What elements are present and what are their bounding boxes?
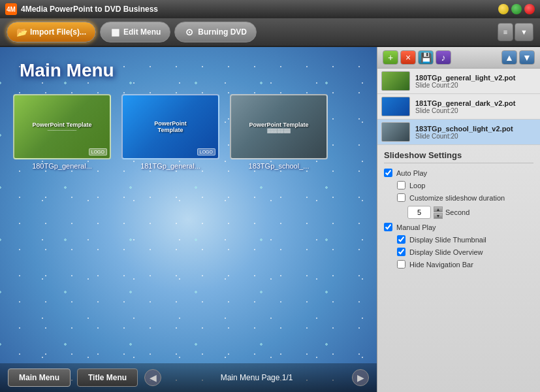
slide-name: 180TGp_general... bbox=[32, 162, 92, 170]
prev-page-button[interactable]: ◀ bbox=[144, 369, 161, 386]
import-icon: 📂 bbox=[16, 27, 27, 37]
slides-grid: PowerPoint Template ───────── LOGO 180TG… bbox=[0, 88, 377, 176]
save-template-button[interactable]: 💾 bbox=[418, 50, 434, 65]
preview-bottom: Main Menu Title Menu ◀ Main Menu Page 1/… bbox=[0, 363, 377, 392]
hide-nav-label[interactable]: Hide Navigation Bar bbox=[409, 261, 473, 269]
loop-row: Loop bbox=[397, 181, 533, 189]
second-label: Second bbox=[445, 208, 469, 216]
hide-nav-row: Hide Navigation Bar bbox=[397, 260, 533, 269]
preview-title: Main Menu bbox=[0, 47, 377, 88]
display-thumb-row: Display Slide Thumbnail bbox=[397, 235, 533, 244]
display-thumb-label[interactable]: Display Slide Thumbnail bbox=[409, 236, 486, 244]
window-controls bbox=[498, 4, 535, 14]
edit-menu-button[interactable]: ▦ Edit Menu bbox=[100, 22, 170, 42]
burning-dvd-button[interactable]: ⊙ Burning DVD bbox=[174, 22, 257, 42]
template-name: 180TGp_general_light_v2.pot bbox=[415, 74, 536, 82]
preview-area: Main Menu PowerPoint Template ───────── … bbox=[0, 47, 377, 392]
template-list: 180TGp_general_light_v2.pot Slide Count:… bbox=[377, 69, 540, 145]
page-info: Main Menu Page 1/1 bbox=[168, 373, 345, 382]
customize-label[interactable]: Customize slideshow duration bbox=[409, 194, 505, 202]
title-menu-button[interactable]: Title Menu bbox=[77, 368, 138, 387]
template-slide-count: Slide Count:20 bbox=[415, 82, 536, 89]
auto-play-label[interactable]: Auto Play bbox=[396, 169, 427, 177]
manual-play-row: Manual Play bbox=[384, 223, 533, 231]
template-info: 181TGp_general_dark_v2.pot Slide Count:2… bbox=[415, 99, 536, 114]
template-name: 181TGp_general_dark_v2.pot bbox=[415, 99, 536, 107]
burning-dvd-icon: ⊙ bbox=[184, 27, 195, 37]
settings-area: Slideshow Settings Auto Play Loop Custom… bbox=[377, 145, 540, 392]
template-thumbnail bbox=[381, 97, 410, 116]
duration-input[interactable] bbox=[407, 206, 431, 219]
slide-thumbnail: PowerPoint Template ───────── LOGO bbox=[13, 94, 111, 159]
titlebar: 4M 4Media PowerPoint to DVD Business bbox=[0, 0, 540, 18]
move-up-button[interactable]: ▲ bbox=[501, 50, 517, 65]
template-info: 183TGp_school_light_v2.pot Slide Count:2… bbox=[415, 125, 536, 140]
template-slide-count: Slide Count:20 bbox=[415, 107, 536, 114]
dropdown-button[interactable]: ▼ bbox=[515, 23, 533, 41]
auto-play-checkbox[interactable] bbox=[384, 169, 392, 177]
auto-play-row: Auto Play bbox=[384, 169, 533, 177]
right-panel: + × 💾 ♪ ▲ ▼ 180TGp_gener bbox=[377, 47, 540, 392]
slide-item[interactable]: PowerPoint Template ───────── LOGO 180TG… bbox=[13, 94, 111, 170]
app-icon: 4M bbox=[5, 3, 17, 15]
slide-item[interactable]: PowerPoint Template LOGO 181TGp_general.… bbox=[121, 94, 219, 170]
display-thumb-checkbox[interactable] bbox=[397, 235, 405, 244]
settings-title: Slideshow Settings bbox=[384, 150, 533, 163]
toolbar: 📂 Import File(s)... ▦ Edit Menu ⊙ Burnin… bbox=[0, 18, 540, 47]
main-menu-button[interactable]: Main Menu bbox=[8, 368, 71, 387]
close-button[interactable] bbox=[524, 4, 535, 14]
toolbar-right: ≡ ▼ bbox=[498, 23, 533, 41]
display-overview-checkbox[interactable] bbox=[397, 248, 405, 256]
template-slide-count: Slide Count:20 bbox=[415, 133, 536, 140]
maximize-button[interactable] bbox=[511, 4, 522, 14]
template-name: 183TGp_school_light_v2.pot bbox=[415, 125, 536, 133]
customize-checkbox[interactable] bbox=[397, 193, 405, 202]
display-overview-label[interactable]: Display Slide Overview bbox=[409, 248, 483, 256]
hide-nav-checkbox[interactable] bbox=[397, 260, 405, 269]
manual-play-checkbox[interactable] bbox=[384, 223, 392, 231]
remove-template-button[interactable]: × bbox=[400, 50, 416, 65]
app-title: 4Media PowerPoint to DVD Business bbox=[21, 5, 498, 14]
template-info: 180TGp_general_light_v2.pot Slide Count:… bbox=[415, 74, 536, 89]
template-item[interactable]: 183TGp_school_light_v2.pot Slide Count:2… bbox=[377, 120, 540, 145]
slide-item[interactable]: PowerPoint Template ▓▓▓▓▓▓▓ 183TGp_schoo… bbox=[230, 94, 328, 170]
display-overview-row: Display Slide Overview bbox=[397, 248, 533, 256]
slide-thumbnail: PowerPoint Template LOGO bbox=[121, 94, 219, 159]
loop-label[interactable]: Loop bbox=[409, 182, 425, 189]
slide-name: 181TGp_general... bbox=[140, 162, 200, 170]
loop-checkbox[interactable] bbox=[397, 181, 405, 189]
list-view-button[interactable]: ≡ bbox=[498, 23, 513, 41]
slide-thumbnail: PowerPoint Template ▓▓▓▓▓▓▓ bbox=[230, 94, 328, 159]
import-button[interactable]: 📂 Import File(s)... bbox=[7, 22, 96, 42]
template-item[interactable]: 180TGp_general_light_v2.pot Slide Count:… bbox=[377, 69, 540, 94]
music-button[interactable]: ♪ bbox=[436, 50, 451, 65]
list-toolbar: + × 💾 ♪ ▲ ▼ bbox=[377, 47, 540, 69]
duration-spinner: ▲ ▼ bbox=[434, 206, 443, 219]
minimize-button[interactable] bbox=[498, 4, 509, 14]
spinner-down-button[interactable]: ▼ bbox=[434, 213, 443, 219]
slide-name: 183TGp_school_... bbox=[249, 162, 310, 170]
main-content: Main Menu PowerPoint Template ───────── … bbox=[0, 47, 540, 392]
add-template-button[interactable]: + bbox=[383, 50, 398, 65]
spinner-up-button[interactable]: ▲ bbox=[434, 206, 443, 212]
template-item[interactable]: 181TGp_general_dark_v2.pot Slide Count:2… bbox=[377, 94, 540, 120]
manual-play-label[interactable]: Manual Play bbox=[396, 223, 436, 231]
template-thumbnail bbox=[381, 71, 410, 91]
customize-row: Customize slideshow duration bbox=[397, 193, 533, 202]
template-thumbnail bbox=[381, 122, 410, 142]
next-page-button[interactable]: ▶ bbox=[352, 369, 369, 386]
duration-row: ▲ ▼ Second bbox=[407, 206, 533, 219]
move-down-button[interactable]: ▼ bbox=[519, 50, 535, 65]
edit-menu-icon: ▦ bbox=[110, 27, 120, 37]
